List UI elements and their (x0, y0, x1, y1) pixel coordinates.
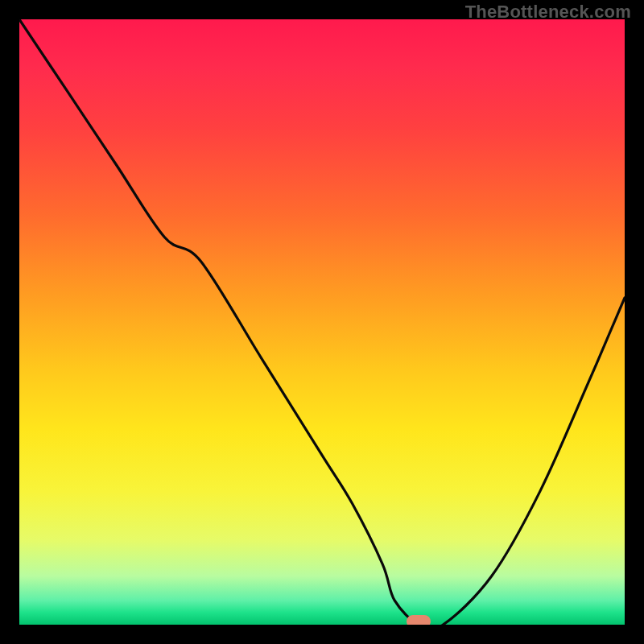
plot-area (19, 19, 625, 625)
bottleneck-curve (19, 19, 625, 625)
plot-outer (19, 19, 625, 625)
watermark-text: TheBottleneck.com (465, 2, 631, 23)
chart-frame: TheBottleneck.com (0, 0, 644, 644)
optimum-marker (407, 615, 431, 625)
